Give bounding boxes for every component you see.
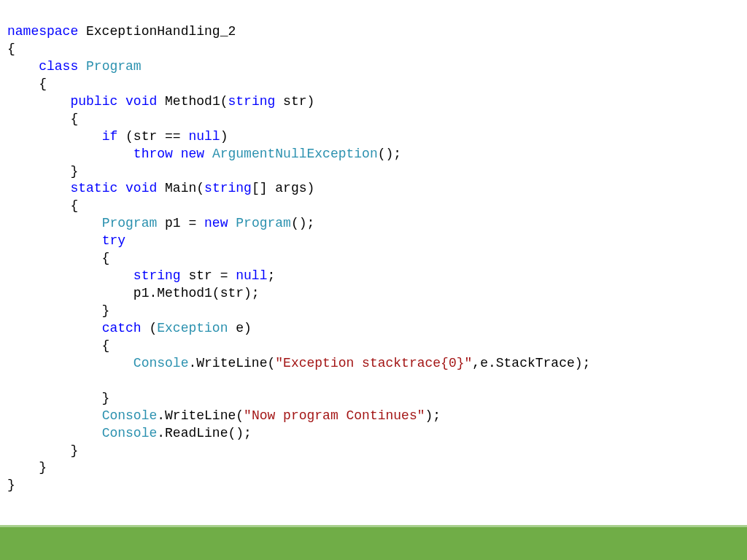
call: .ReadLine(); bbox=[157, 426, 252, 440]
param: e) bbox=[228, 321, 251, 335]
brace: { bbox=[7, 198, 78, 213]
string-literal: "Now program Continues" bbox=[244, 408, 425, 423]
method-name: Method1( bbox=[157, 94, 228, 109]
call: (); bbox=[291, 216, 314, 230]
code-block: namespace ExceptionHandling_2 { class Pr… bbox=[0, 0, 747, 502]
sp bbox=[173, 147, 181, 161]
brace: { bbox=[7, 112, 78, 126]
sp bbox=[228, 216, 236, 230]
call: .WriteLine( bbox=[188, 356, 275, 370]
brace: } bbox=[7, 164, 78, 179]
indent bbox=[7, 408, 102, 423]
semi: ; bbox=[267, 268, 275, 283]
brace: } bbox=[7, 391, 109, 405]
paren: ); bbox=[425, 408, 441, 423]
keyword-catch: catch bbox=[102, 321, 142, 335]
string-literal: "Exception stacktrace{0}" bbox=[275, 356, 472, 370]
keyword-public: public bbox=[70, 94, 117, 109]
indent bbox=[7, 94, 70, 109]
arg: ,e.StackTrace); bbox=[472, 356, 590, 370]
keyword-null: null bbox=[188, 129, 220, 144]
keyword-if: if bbox=[102, 129, 118, 144]
keyword-new: new bbox=[181, 147, 204, 161]
call: p1.Method1(str); bbox=[7, 286, 260, 300]
type-argnullex: ArgumentNullException bbox=[212, 147, 378, 161]
indent bbox=[7, 216, 102, 230]
type-console: Console bbox=[133, 356, 189, 370]
sp bbox=[204, 147, 212, 161]
brace: { bbox=[7, 251, 109, 265]
param: [] args) bbox=[252, 181, 314, 195]
sp bbox=[117, 94, 125, 109]
indent bbox=[7, 426, 102, 440]
sp bbox=[117, 181, 125, 195]
keyword-null: null bbox=[236, 268, 267, 283]
keyword-string: string bbox=[133, 268, 181, 283]
indent bbox=[7, 129, 102, 144]
sp bbox=[78, 59, 86, 74]
type-console: Console bbox=[102, 408, 158, 423]
keyword-string: string bbox=[228, 94, 275, 109]
param: str) bbox=[275, 94, 314, 109]
indent bbox=[7, 268, 133, 283]
keyword-class: class bbox=[39, 59, 78, 74]
slide-footer-bar bbox=[0, 525, 747, 560]
type-console: Console bbox=[102, 426, 158, 440]
type-exception: Exception bbox=[157, 321, 228, 335]
indent bbox=[7, 321, 102, 335]
keyword-try: try bbox=[102, 233, 125, 248]
keyword-void: void bbox=[125, 94, 157, 109]
brace: { bbox=[7, 338, 109, 353]
indent bbox=[7, 59, 39, 74]
keyword-void: void bbox=[125, 181, 157, 195]
paren: ( bbox=[142, 321, 158, 335]
method-main: Main( bbox=[157, 181, 204, 195]
cond: (str == bbox=[117, 129, 188, 144]
indent bbox=[7, 233, 102, 248]
brace: } bbox=[7, 443, 78, 458]
type-program: Program bbox=[236, 216, 291, 230]
indent bbox=[7, 356, 133, 370]
keyword-string: string bbox=[204, 181, 252, 195]
indent bbox=[7, 147, 133, 161]
var: str = bbox=[181, 268, 236, 283]
namespace-name: ExceptionHandling_2 bbox=[78, 24, 236, 39]
class-name: Program bbox=[86, 59, 142, 74]
type-program: Program bbox=[102, 216, 158, 230]
call: .WriteLine( bbox=[157, 408, 244, 423]
brace-open: { bbox=[7, 42, 15, 56]
brace: } bbox=[7, 303, 109, 318]
keyword-throw: throw bbox=[133, 147, 173, 161]
indent bbox=[7, 181, 70, 195]
brace: } bbox=[7, 460, 47, 475]
var: p1 = bbox=[157, 216, 204, 230]
brace: } bbox=[7, 478, 15, 492]
paren: ) bbox=[220, 129, 228, 144]
keyword-static: static bbox=[70, 181, 117, 195]
keyword-new: new bbox=[204, 216, 228, 230]
brace: { bbox=[7, 77, 47, 91]
call: (); bbox=[378, 147, 401, 161]
keyword-namespace: namespace bbox=[7, 24, 78, 39]
